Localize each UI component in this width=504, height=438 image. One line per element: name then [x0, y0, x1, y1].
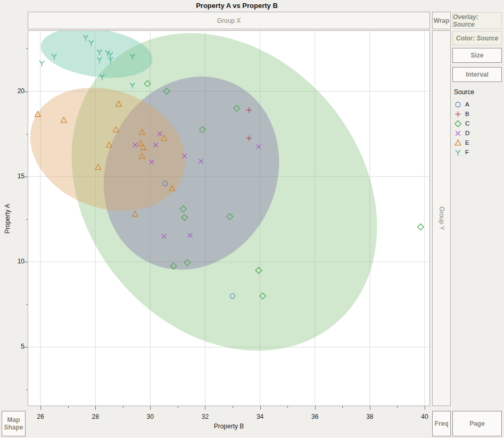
- drop-zone-color-label: Color: Source: [456, 35, 498, 42]
- y-minor-tick-17.5: [26, 134, 28, 135]
- x-tick-label-26: 26: [31, 413, 50, 420]
- drop-zone-group-y[interactable]: Group Y: [432, 30, 451, 406]
- graph-title[interactable]: Property A vs Property B: [0, 2, 474, 10]
- drop-zone-color[interactable]: Color: Source: [452, 31, 502, 45]
- drop-zone-interval-label: Interval: [466, 71, 489, 78]
- y-tick-10: [24, 262, 28, 262]
- y-tick-15: [24, 177, 28, 177]
- drop-zone-overlay-label: Overlay: Source: [453, 13, 501, 28]
- x-tick-label-40: 40: [415, 413, 434, 420]
- x-tick-26: [40, 406, 41, 410]
- legend-item-F[interactable]: F: [454, 147, 474, 157]
- legend-item-B[interactable]: B: [454, 109, 474, 119]
- legend-item-label: A: [465, 101, 469, 108]
- legend-item-E[interactable]: E: [454, 138, 474, 147]
- x-tick-label-28: 28: [86, 413, 105, 420]
- x-tick-36: [315, 406, 316, 410]
- x-tick-40: [425, 406, 425, 410]
- y-tick-20: [24, 92, 28, 92]
- drop-zone-wrap[interactable]: Wrap: [432, 12, 451, 29]
- x-minor-tick-29: [123, 406, 123, 408]
- drop-zone-group-x[interactable]: Group X: [28, 12, 430, 29]
- triangle-marker-icon: [454, 139, 462, 147]
- x-minor-tick-39: [397, 406, 398, 408]
- legend-item-C[interactable]: C: [454, 119, 474, 128]
- legend-item-label: F: [465, 149, 469, 155]
- legend-item-label: B: [465, 111, 469, 117]
- y-marker-icon: [454, 148, 462, 156]
- drop-zone-overlay[interactable]: Overlay: Source: [452, 12, 502, 29]
- x-marker-icon: [454, 129, 462, 137]
- x-minor-tick-35: [287, 406, 288, 408]
- drop-zone-page[interactable]: Page: [452, 411, 502, 436]
- drop-zone-interval[interactable]: Interval: [452, 67, 502, 82]
- diamond-marker-icon: [454, 120, 462, 128]
- x-tick-label-34: 34: [251, 413, 270, 420]
- x-tick-38: [370, 406, 370, 410]
- legend: Source ABCDEF: [454, 88, 474, 157]
- x-tick-28: [95, 406, 96, 410]
- drop-zone-freq[interactable]: Freq: [432, 411, 451, 436]
- x-tick-label-38: 38: [360, 413, 379, 420]
- x-minor-tick-33: [233, 406, 233, 408]
- y-minor-tick-22.5: [26, 48, 28, 49]
- y-tick-5: [24, 347, 28, 348]
- y-tick-label-10: 10: [9, 258, 24, 265]
- legend-item-label: D: [465, 130, 469, 136]
- legend-item-label: C: [465, 120, 469, 127]
- x-tick-label-30: 30: [141, 413, 160, 420]
- circle-marker-icon: [454, 101, 462, 109]
- drop-zone-size-label: Size: [470, 52, 483, 59]
- y-minor-tick-2.5: [26, 390, 28, 390]
- x-tick-label-32: 32: [195, 413, 214, 420]
- x-axis-title[interactable]: Property B: [28, 423, 430, 430]
- drop-zone-group-x-label: Group X: [217, 17, 241, 24]
- drop-zone-group-y-label: Group Y: [438, 206, 445, 230]
- drop-zone-size[interactable]: Size: [452, 48, 502, 63]
- x-tick-32: [205, 406, 205, 410]
- y-tick-label-5: 5: [9, 343, 24, 350]
- graph-builder-window: Property A vs Property B Group X Wrap Gr…: [0, 0, 504, 438]
- y-tick-label-20: 20: [9, 87, 24, 95]
- legend-item-label: E: [465, 139, 469, 146]
- plot-area[interactable]: [28, 30, 430, 406]
- x-tick-30: [150, 406, 151, 410]
- plus-marker-icon: [454, 110, 462, 118]
- y-axis-title[interactable]: Property A: [4, 187, 11, 251]
- drop-zone-map-shape-label: Map Shape: [2, 416, 25, 432]
- x-tick-34: [260, 406, 261, 410]
- y-tick-label-15: 15: [9, 172, 24, 180]
- x-minor-tick-31: [178, 406, 178, 408]
- drop-zone-map-shape[interactable]: Map Shape: [2, 411, 26, 436]
- legend-item-A[interactable]: A: [454, 100, 474, 109]
- y-minor-tick-7.5: [26, 304, 28, 305]
- x-tick-label-36: 36: [305, 413, 325, 420]
- x-minor-tick-27: [68, 406, 69, 408]
- drop-zone-freq-label: Freq: [434, 420, 448, 427]
- data-point-C[interactable]: [418, 224, 424, 230]
- data-point-F[interactable]: [39, 61, 44, 67]
- legend-title: Source: [454, 88, 474, 96]
- y-minor-tick-12.5: [26, 219, 28, 220]
- drop-zone-page-label: Page: [469, 420, 485, 427]
- drop-zone-wrap-label: Wrap: [434, 17, 450, 24]
- x-minor-tick-37: [342, 406, 343, 408]
- legend-item-D[interactable]: D: [454, 128, 474, 138]
